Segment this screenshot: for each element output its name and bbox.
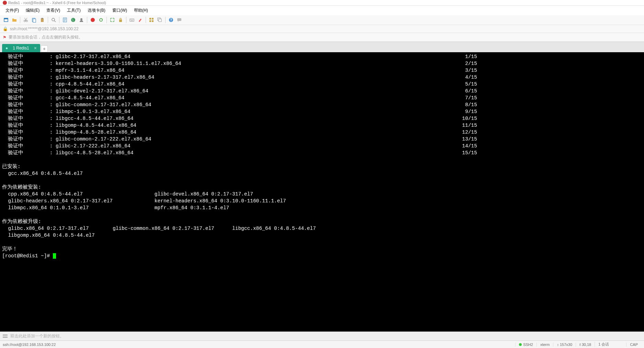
menu-tools[interactable]: 工具(T) [64,7,83,14]
terminal-line: 验证中 : glibc-common-2.17-222.el7.x86_6413… [2,136,642,143]
status-led-icon [519,343,522,346]
separator [48,17,48,23]
svg-rect-18 [152,20,154,22]
dep-installed-header: 作为依赖被安装: [2,184,642,191]
tab-label: 1 Redis1 [13,46,29,50]
menu-window[interactable]: 窗口(W) [110,7,130,14]
terminal-line: glibc-headers.x86_64 0:2.17-317.el7 kern… [2,198,642,204]
terminal[interactable]: 验证中 : glibc-2.17-317.el7.x86_641/15 验证中 … [0,52,644,332]
tab-redis1[interactable]: ● 1 Redis1 × [2,44,40,52]
svg-text:?: ? [170,18,172,22]
terminal-line: 验证中 : mpfr-3.1.1-4.el7.x86_643/15 [2,67,642,74]
flag-icon: ⚑ [3,35,7,40]
reconnect-icon[interactable] [98,16,104,23]
hint-bar: ⚑ 要添加当前会话，点击左侧的箭头按钮。 [0,33,644,42]
terminal-line: 验证中 : libmpc-1.0.1-3.el7.x86_649/15 [2,108,642,115]
svg-rect-20 [159,19,161,22]
svg-rect-15 [149,18,151,20]
status-term-type: xterm [536,343,553,347]
terminal-line: 验证中 : libgomp-4.8.5-44.el7.x86_6411/15 [2,122,642,129]
done-line: 完毕！ [2,246,642,252]
globe-icon[interactable] [70,16,77,23]
svg-point-11 [80,18,82,20]
status-sessions: 1 会话 [595,342,612,347]
address-url[interactable]: ssh://root:******@192.168.153.100:22 [10,26,79,31]
disconnect-icon[interactable] [89,16,96,23]
toolbar: ? [0,15,644,25]
svg-rect-1 [4,18,8,19]
copy-icon[interactable] [31,16,37,23]
terminal-line: 验证中 : glibc-devel-2.17-317.el7.x86_646/1… [2,88,642,94]
tab-bar: ● 1 Redis1 × + [0,42,644,52]
separator [87,17,87,23]
menu-help[interactable]: 帮助(H) [131,7,151,14]
menu-file[interactable]: 文件(F) [3,7,22,14]
terminal-line: 验证中 : glibc-common-2.17-317.el7.x86_648/… [2,101,642,108]
status-connection: ssh://root@192.168.153.100:22 [3,343,515,347]
menu-tabs[interactable]: 选项卡(B) [85,7,108,14]
terminal-line: 验证中 : glibc-2.17-222.el7.x86_6414/15 [2,143,642,149]
separator [20,17,20,23]
terminal-line: libmpc.x86_64 0:1.0.1-3.el7 mpfr.x86_64 … [2,204,642,211]
quickbar-hint[interactable]: 双击此处添加一个新的按钮。 [10,333,64,339]
dep-upgraded-header: 作为依赖被升级: [2,218,642,225]
quick-command-bar: 双击此处添加一个新的按钮。 [0,332,644,340]
status-capslock: CAP [626,343,641,347]
prompt-line: [root@Redis1 ~]# [2,252,642,259]
terminal-line: gcc.x86_64 0:4.8.5-44.el7 [2,170,642,177]
separator [146,17,146,23]
cascade-icon[interactable] [156,16,163,23]
terminal-line: 验证中 : kernel-headers-3.10.0-1160.11.1.el… [2,60,642,67]
add-tab-button[interactable]: + [41,45,48,52]
terminal-line: 验证中 : libgcc-4.8.5-44.el7.x86_6410/15 [2,115,642,122]
keyboard-icon[interactable] [128,16,135,23]
status-ssh: SSH2 [515,343,536,347]
app-icon [3,1,7,5]
terminal-line: glibc.x86_64 0:2.17-317.el7 glibc-common… [2,225,642,232]
svg-rect-17 [149,20,151,22]
user-icon[interactable] [78,16,85,23]
menu-view[interactable]: 查看(V) [44,7,63,14]
svg-rect-5 [33,19,36,22]
terminal-line: 验证中 : glibc-2.17-317.el7.x86_641/15 [2,53,642,60]
terminal-line: 验证中 : gcc-4.8.5-44.el7.x86_647/15 [2,94,642,101]
terminal-line: cpp.x86_64 0:4.8.5-44.el7 glibc-devel.x8… [2,191,642,198]
terminal-line: 验证中 : libgcc-4.8.5-28.el7.x86_6415/15 [2,149,642,156]
hamburger-icon[interactable] [3,335,8,338]
search-icon[interactable] [50,16,57,23]
terminal-line: libgomp.x86_64 0:4.8.5-44.el7 [2,232,642,239]
paste-icon[interactable] [39,16,46,23]
terminal-line: 验证中 : cpp-4.8.5-44.el7.x86_645/15 [2,81,642,88]
window-title: Redis1 - root@Redis1:~ - Xshell 6 (Free … [8,1,106,5]
chat-icon[interactable] [176,16,183,23]
properties-icon[interactable] [61,16,68,23]
terminal-line: 验证中 : glibc-headers-2.17-317.el7.x86_644… [2,74,642,81]
separator [165,17,166,23]
cut-icon[interactable] [22,16,29,23]
terminal-line: 验证中 : libgomp-4.8.5-28.el7.x86_6412/15 [2,129,642,136]
help-icon[interactable]: ? [168,16,174,23]
close-icon[interactable]: × [34,46,37,50]
tile-icon[interactable] [148,16,155,23]
cursor [53,253,56,259]
svg-rect-7 [42,18,43,19]
svg-rect-23 [177,18,181,21]
address-bar: 🔒 ssh://root:******@192.168.153.100:22 [0,25,644,33]
svg-rect-13 [119,20,122,22]
fullscreen-icon[interactable] [109,16,116,23]
highlight-icon[interactable] [137,16,144,23]
separator [126,17,126,23]
svg-point-12 [91,18,95,22]
svg-rect-16 [152,18,154,20]
status-cursor-pos: ℓ 30,18 [576,343,595,347]
separator [59,17,59,23]
new-session-icon[interactable] [3,16,10,23]
status-size: ↕ 157x30 [553,343,576,347]
installed-header: 已安装: [2,163,642,170]
open-folder-icon[interactable] [11,16,18,23]
hint-text: 要添加当前会话，点击左侧的箭头按钮。 [9,34,83,40]
status-bar: ssh://root@192.168.153.100:22 SSH2 xterm… [0,340,644,348]
menu-edit[interactable]: 编辑(E) [23,7,42,14]
lock-icon[interactable] [117,16,124,23]
svg-point-10 [71,18,75,22]
